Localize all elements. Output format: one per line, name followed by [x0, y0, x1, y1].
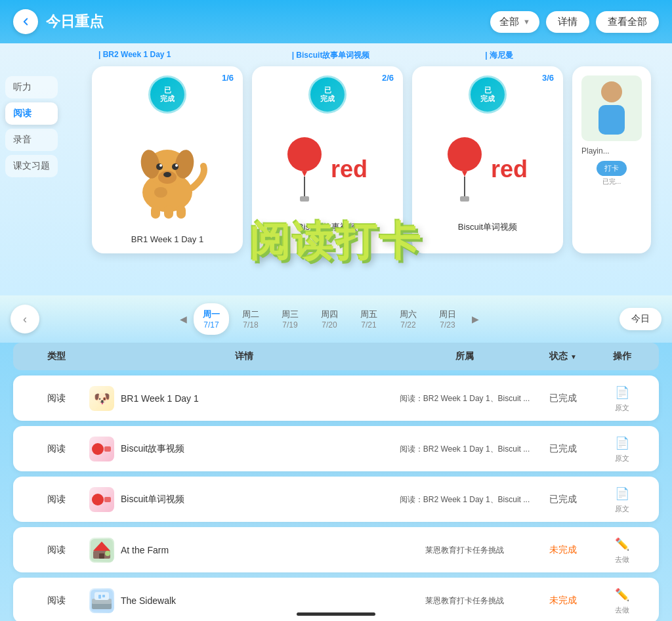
tuesday-name: 周二 — [242, 309, 259, 320]
week-prev-button[interactable]: ‹ — [10, 305, 39, 333]
sunday-name: 周日 — [439, 309, 456, 320]
back-button[interactable] — [13, 9, 38, 34]
row2-status: 已完成 — [530, 443, 596, 455]
status-arrow: ▼ — [570, 353, 577, 360]
svg-rect-23 — [99, 553, 104, 559]
friday-date: 7/21 — [361, 320, 376, 330]
row3-action[interactable]: 📄 原文 — [596, 484, 648, 514]
row3-action-label: 原文 — [615, 504, 629, 514]
row1-action-btn[interactable]: 📄 原文 — [596, 383, 648, 413]
week-day-saturday[interactable]: 周六 7/22 — [390, 303, 426, 335]
tab-listening[interactable]: 听力 — [5, 76, 58, 98]
row1-action[interactable]: 📄 原文 — [596, 383, 648, 413]
row3-status: 已完成 — [530, 494, 596, 505]
row4-action-btn[interactable]: ✏️ 去做 — [596, 535, 648, 565]
svg-point-8 — [159, 164, 162, 167]
cards-row: 已完成 1/6 — [0, 61, 672, 263]
row2-action-icon: 📄 — [613, 434, 631, 452]
row4-belonging: 莱恩教育打卡任务挑战 — [399, 544, 530, 556]
header-status[interactable]: 状态 ▼ — [530, 351, 596, 362]
row2-action[interactable]: 📄 原文 — [596, 434, 648, 463]
card-2-title: Biscuit故事视频 — [298, 221, 357, 233]
detail-button[interactable]: 详情 — [546, 11, 589, 33]
row5-thumb — [89, 588, 114, 613]
card-1-badge: 已完成 — [148, 75, 186, 114]
table-row-4: 阅读 At the Farm 莱恩教育打卡任务挑战 未完成 ✏️ 去做 — [13, 527, 659, 572]
dropdown-arrow: ▼ — [523, 18, 530, 26]
row4-belonging-text: 莱恩教育打卡任务挑战 — [425, 546, 504, 555]
week-left-arrow[interactable]: ◀ — [177, 314, 190, 324]
svg-rect-28 — [94, 592, 109, 600]
svg-point-13 — [154, 187, 167, 198]
card-3[interactable]: 已完成 3/6 red Biscuit单词视频 — [412, 66, 563, 253]
row1-type: 阅读 — [24, 393, 89, 404]
video-thumb-icon — [91, 440, 112, 458]
week-day-sunday[interactable]: 周日 7/23 — [430, 303, 465, 335]
card-4-punch-btn[interactable]: 打卡 — [597, 161, 627, 176]
row3-action-btn[interactable]: 📄 原文 — [596, 484, 648, 514]
header-type: 类型 — [24, 351, 89, 362]
svg-point-5 — [163, 172, 171, 177]
card-4-partial[interactable]: Playin... 打卡 已完... — [572, 66, 651, 253]
card-3-image: red — [421, 127, 554, 212]
card-4-actions: 打卡 已完... — [581, 161, 642, 186]
row5-action[interactable]: ✏️ 去做 — [596, 586, 648, 615]
row2-action-btn[interactable]: 📄 原文 — [596, 434, 648, 463]
header-action: 操作 — [596, 351, 648, 362]
row5-detail: The Sidewalk — [89, 588, 399, 613]
red-word-2: red — [491, 156, 528, 183]
svg-rect-10 — [151, 205, 160, 219]
row2-belonging: 阅读：BR2 Week 1 Day 1、Biscuit ... — [399, 443, 530, 455]
row2-belonging-text: 阅读：BR2 Week 1 Day 1、Biscuit ... — [400, 444, 530, 454]
week-right-arrow[interactable]: ▶ — [469, 314, 482, 324]
row4-action[interactable]: ✏️ 去做 — [596, 535, 648, 565]
card-2[interactable]: 已完成 2/6 red Biscuit故事视频 — [252, 66, 403, 253]
svg-point-9 — [175, 164, 178, 167]
svg-rect-19 — [104, 497, 111, 502]
header-belonging: 所属 — [399, 351, 530, 362]
carousel-label-1: | BR2 Week 1 Day 1 — [92, 50, 285, 61]
balloon-image — [287, 137, 322, 202]
row3-belonging: 阅读：BR2 Week 1 Day 1、Biscuit ... — [399, 494, 530, 505]
table-row-2: 阅读 Biscuit故事视频 阅读：BR2 Week 1 Day 1、Biscu… — [13, 426, 659, 471]
week-navigation: ‹ ◀ 周一 7/17 周二 7/18 周三 7/19 周四 7/20 周五 7… — [0, 295, 672, 343]
card-4-image — [581, 75, 642, 141]
row4-detail: At the Farm — [89, 538, 399, 563]
balloon-image-2 — [448, 137, 482, 202]
row3-belonging-text: 阅读：BR2 Week 1 Day 1、Biscuit ... — [400, 495, 530, 504]
tab-recording[interactable]: 录音 — [5, 129, 58, 151]
svg-point-7 — [172, 163, 178, 170]
view-all-button[interactable]: 查看全部 — [596, 11, 659, 33]
video-thumb-icon-2 — [91, 490, 112, 509]
tuesday-date: 7/18 — [243, 320, 258, 330]
row1-name: BR1 Week 1 Day 1 — [121, 393, 199, 404]
week-day-wednesday[interactable]: 周三 7/19 — [272, 303, 308, 335]
week-day-friday[interactable]: 周五 7/21 — [351, 303, 387, 335]
row4-action-icon: ✏️ — [613, 535, 631, 553]
row5-status: 未完成 — [530, 595, 596, 607]
row1-action-icon: 📄 — [613, 383, 631, 402]
saturday-date: 7/22 — [400, 320, 415, 330]
svg-rect-17 — [104, 446, 111, 452]
week-day-monday[interactable]: 周一 7/17 — [194, 303, 229, 335]
row2-action-label: 原文 — [615, 454, 629, 463]
week-days: ◀ 周一 7/17 周二 7/18 周三 7/19 周四 7/20 周五 7/2… — [45, 303, 614, 335]
today-button[interactable]: 今日 — [620, 308, 662, 330]
header: 今日重点 全部 ▼ 详情 查看全部 — [0, 0, 672, 43]
row2-name: Biscuit故事视频 — [121, 443, 184, 455]
filter-dropdown[interactable]: 全部 ▼ — [490, 11, 539, 33]
row2-thumb — [89, 437, 114, 461]
tab-reading[interactable]: 阅读 — [5, 102, 58, 125]
carousel-label-3: | 海尼曼 — [478, 50, 672, 61]
row5-action-btn[interactable]: ✏️ 去做 — [596, 586, 648, 615]
card-2-image: red — [261, 127, 394, 212]
svg-point-16 — [92, 443, 104, 455]
dog-illustration — [121, 130, 213, 222]
tab-exercises[interactable]: 课文习题 — [5, 155, 58, 177]
week-day-tuesday[interactable]: 周二 7/18 — [233, 303, 268, 335]
card-1[interactable]: 已完成 1/6 — [92, 66, 243, 253]
carousel-labels: | BR2 Week 1 Day 1 | Biscuit故事单词视频 | 海尼曼 — [0, 43, 672, 61]
row4-thumb — [89, 538, 114, 563]
wednesday-name: 周三 — [282, 309, 299, 320]
week-day-thursday[interactable]: 周四 7/20 — [312, 303, 347, 335]
